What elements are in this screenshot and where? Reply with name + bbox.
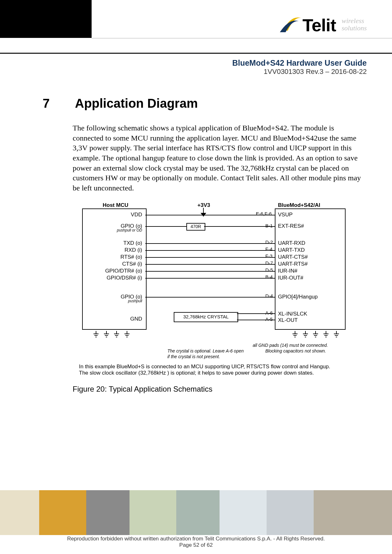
wire-res-r — [204, 226, 275, 227]
ground-icon — [93, 331, 99, 337]
doc-revision: 1VV0301303 Rev.3 – 2016-08-22 — [232, 68, 367, 76]
schematic: Host MCU +3V3 BlueMod+S42/AI 32,768kHz C… — [73, 202, 363, 382]
pad-d2: D-2 — [265, 239, 273, 245]
footer-text: Reproduction forbidden without written a… — [0, 536, 392, 548]
host-pin-txd: TXD (o) — [124, 240, 142, 246]
mod-pin-iurout: IUR-OUT# — [278, 275, 303, 281]
footer-image-strip — [0, 490, 392, 535]
wire-uart2 — [145, 250, 275, 251]
intro-paragraph: The following schematic shows a typical … — [73, 123, 366, 193]
doc-title-block: BlueMod+S42 Hardware User Guide 1VV03013… — [232, 58, 367, 76]
supply-label: +3V3 — [197, 202, 210, 208]
host-pin-gpio-res-note: pushpull or OD — [117, 228, 142, 232]
pad-d4: D-4 — [265, 293, 273, 298]
wire-uart6 — [145, 278, 275, 279]
note-gnd: all GND pads (14) must be connected. — [253, 343, 328, 348]
doc-title: BlueMod+S42 Hardware User Guide — [232, 58, 367, 68]
mod-pin-extres: EXT-RES# — [278, 223, 304, 229]
host-pin-dsr: GPIO/DSR# (i) — [107, 275, 142, 281]
note-crystal-1: The crystal is optional. Leave A-6 open — [167, 348, 244, 353]
pad-d7: D-7 — [265, 260, 273, 266]
pad-e6f6: E-6,F-6 — [256, 211, 272, 216]
ground-icon — [323, 331, 329, 337]
logo-swoosh-icon — [280, 13, 302, 35]
ground-icon — [104, 331, 109, 337]
host-pin-gpio-hangup-note: pushpull — [128, 299, 142, 303]
ground-icon — [303, 331, 308, 337]
ground-icon — [292, 331, 298, 337]
pad-f4: F-4 — [265, 246, 273, 252]
note-crystal-2: if the crystal is not present. — [167, 354, 220, 359]
wire-vdd — [145, 215, 275, 215]
ground-icon — [334, 331, 339, 337]
pad-d5: D-5 — [265, 267, 273, 273]
brand-tag-2: solutions — [342, 24, 367, 32]
pad-b1: B-1 — [265, 223, 273, 228]
mod-pin-rts: UART-RTS# — [278, 261, 308, 267]
header-black-block — [0, 0, 92, 38]
wire-res-l — [145, 226, 186, 227]
crystal-box: 32,768kHz CRYSTAL — [174, 312, 238, 322]
header-rule-light — [92, 38, 392, 39]
section-number: 7 — [43, 96, 50, 111]
resistor: 470R — [186, 223, 205, 231]
figure-caption: Figure 20: Typical Application Schematic… — [73, 385, 363, 394]
mod-pin-rxd: UART-RXD — [278, 240, 305, 246]
brand-logo: Telit wireless solutions — [280, 13, 367, 35]
page: Telit wireless solutions BlueMod+S42 Har… — [0, 0, 392, 554]
pad-b4: B-4 — [265, 274, 273, 280]
example-note-1: In this example BlueMod+S is connected t… — [79, 363, 330, 370]
host-pin-vdd: VDD — [131, 212, 142, 218]
wire-uart4 — [145, 264, 275, 265]
mod-pin-xlin: XL-IN/SLCK — [278, 311, 307, 317]
host-pin-dtr: GPIO/DTR# (o) — [105, 268, 142, 274]
logo-mark: Telit — [280, 13, 336, 35]
section-title: Application Diagram — [75, 96, 198, 111]
example-note-2: The slow clock oscillator (32,768kHz ) i… — [79, 370, 314, 376]
pad-f3: F-3 — [265, 253, 273, 259]
host-pin-rxd: RXD (i) — [124, 247, 142, 253]
host-title: Host MCU — [103, 202, 128, 208]
wire-uart3 — [145, 257, 275, 258]
pad-a5: A-5 — [265, 316, 273, 322]
footer-line-1: Reproduction forbidden without written a… — [0, 536, 392, 542]
ground-icon — [124, 331, 130, 337]
host-pin-rts: RTS# (o) — [120, 254, 142, 260]
mod-pin-xlout: XL-OUT — [278, 317, 298, 323]
mod-pin-vsup: VSUP — [278, 212, 292, 218]
brand-name: Telit — [303, 15, 336, 35]
mod-pin-iurin: IUR-IN# — [278, 268, 297, 274]
header-rule — [0, 53, 392, 54]
host-pin-cts: CTS# (i) — [122, 261, 142, 267]
ground-icon — [114, 331, 119, 337]
figure-wrap: Host MCU +3V3 BlueMod+S42/AI 32,768kHz C… — [73, 202, 363, 394]
brand-tag-1: wireless — [342, 17, 367, 24]
wire-hangup — [145, 297, 275, 298]
section-heading: 7 Application Diagram — [43, 96, 198, 111]
footer-line-2: Page 52 of 62 — [0, 542, 392, 548]
wire-uart5 — [145, 271, 275, 272]
mod-pin-hangup: GPIO[4]/Hangup — [278, 294, 318, 300]
pad-a6: A-6 — [265, 310, 273, 316]
brand-tagline: wireless solutions — [342, 17, 367, 32]
ground-icon — [313, 331, 318, 337]
host-pin-gnd: GND — [130, 316, 142, 322]
wire-uart1 — [145, 243, 275, 244]
module-title: BlueMod+S42/AI — [278, 202, 320, 208]
mod-pin-txd: UART-TXD — [278, 247, 305, 253]
mod-pin-cts: UART-CTS# — [278, 254, 308, 260]
note-blocking: Blocking capacitors not shown. — [265, 348, 326, 353]
